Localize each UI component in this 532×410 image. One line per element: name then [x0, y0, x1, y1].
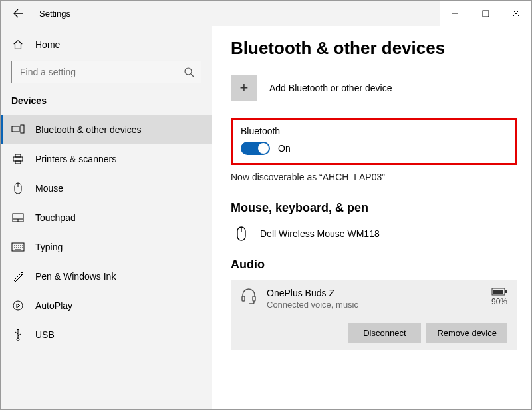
device-row-mouse[interactable]: Dell Wireless Mouse WM118: [231, 223, 517, 258]
search-input[interactable]: [19, 66, 184, 78]
remove-device-button[interactable]: Remove device: [426, 323, 507, 343]
autoplay-icon: [11, 299, 25, 312]
add-label: Add Bluetooth or other device: [269, 83, 392, 93]
nav-label: AutoPlay: [35, 300, 72, 311]
maximize-icon: [482, 10, 489, 17]
svg-rect-2: [12, 126, 19, 132]
touchpad-icon: [11, 211, 25, 224]
plus-icon: +: [240, 79, 249, 97]
svg-point-1: [185, 68, 192, 75]
nav-printers[interactable]: Printers & scanners: [1, 144, 212, 174]
annotation-highlight: Bluetooth On: [231, 118, 517, 165]
svg-rect-5: [15, 154, 21, 157]
minimize-icon: [451, 9, 459, 17]
arrow-left-icon: [13, 8, 23, 19]
pen-icon: [11, 270, 25, 283]
nav-touchpad[interactable]: Touchpad: [1, 203, 212, 232]
audio-heading: Audio: [231, 258, 517, 272]
nav-label: Bluetooth & other devices: [35, 124, 142, 135]
nav-list: Bluetooth & other devices Printers & sca…: [1, 115, 212, 349]
nav-label: Touchpad: [35, 212, 76, 223]
sidebar: Home Devices Bluetooth & other devices P…: [1, 26, 212, 410]
nav-pen-ink[interactable]: Pen & Windows Ink: [1, 262, 212, 291]
mkp-heading: Mouse, keyboard, & pen: [231, 201, 517, 215]
battery-percent: 90%: [491, 297, 507, 306]
page-title: Bluetooth & other devices: [231, 38, 517, 59]
nav-usb[interactable]: USB: [1, 320, 212, 349]
printer-icon: [11, 152, 25, 166]
svg-rect-3: [21, 125, 24, 133]
svg-rect-16: [493, 290, 503, 294]
add-device-row[interactable]: + Add Bluetooth or other device: [231, 75, 517, 101]
svg-point-10: [13, 301, 23, 310]
audio-device-card[interactable]: OnePlus Buds Z Connected voice, music 90…: [231, 280, 517, 350]
close-icon: [512, 9, 520, 17]
usb-icon: [11, 328, 25, 341]
svg-rect-14: [253, 296, 255, 301]
mouse-icon: [11, 182, 25, 195]
nav-mouse[interactable]: Mouse: [1, 174, 212, 203]
category-label: Devices: [1, 95, 212, 115]
device-name: Dell Wireless Mouse WM118: [260, 228, 380, 239]
audio-device-name: OnePlus Buds Z: [267, 288, 358, 298]
minimize-button[interactable]: [440, 1, 470, 26]
svg-rect-17: [505, 290, 507, 293]
svg-rect-0: [483, 11, 489, 17]
battery-icon: [491, 288, 507, 296]
nav-label: Typing: [35, 242, 63, 252]
svg-rect-4: [13, 157, 23, 161]
audio-device-status: Connected voice, music: [267, 300, 358, 309]
svg-rect-6: [15, 161, 21, 164]
devices-icon: [11, 123, 25, 136]
back-button[interactable]: [10, 5, 26, 21]
nav-label: Pen & Windows Ink: [35, 271, 116, 282]
disconnect-button[interactable]: Disconnect: [348, 323, 421, 343]
home-nav[interactable]: Home: [1, 33, 212, 61]
nav-label: USB: [35, 329, 55, 340]
nav-typing[interactable]: Typing: [1, 232, 212, 262]
svg-rect-13: [242, 296, 245, 301]
bluetooth-state-text: On: [278, 143, 291, 154]
keyboard-icon: [11, 240, 25, 254]
home-label: Home: [35, 39, 60, 50]
search-box[interactable]: [11, 61, 201, 83]
search-icon: [184, 67, 194, 77]
maximize-button[interactable]: [470, 1, 501, 26]
add-button[interactable]: +: [231, 75, 257, 101]
close-button[interactable]: [501, 1, 531, 26]
nav-bluetooth-devices[interactable]: Bluetooth & other devices: [1, 115, 212, 144]
bluetooth-heading: Bluetooth: [241, 126, 507, 136]
nav-autoplay[interactable]: AutoPlay: [1, 291, 212, 320]
headset-icon: [240, 288, 257, 305]
discoverable-text: Now discoverable as “AHCH_LAP03”: [231, 172, 517, 182]
bluetooth-toggle[interactable]: [241, 142, 270, 155]
nav-label: Mouse: [35, 183, 63, 194]
mouse-icon: [233, 226, 249, 242]
window-title: Settings: [39, 9, 70, 19]
nav-label: Printers & scanners: [35, 154, 116, 164]
home-icon: [11, 38, 25, 51]
title-bar: Settings: [1, 1, 531, 26]
content-pane: Bluetooth & other devices + Add Bluetoot…: [212, 26, 531, 410]
